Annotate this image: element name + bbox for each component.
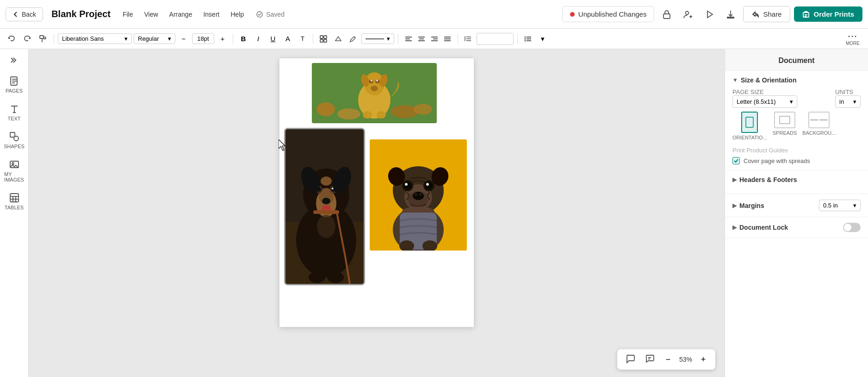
font-style-arrow: ▾ <box>168 35 171 42</box>
add-user-button[interactable] <box>679 6 697 23</box>
text-style-button[interactable]: T <box>296 32 309 45</box>
canvas-area[interactable]: − 53% + <box>29 49 725 377</box>
align-group <box>402 32 454 45</box>
units-select[interactable]: in ▾ <box>835 95 861 108</box>
sidebar-item-pages[interactable]: PAGES <box>2 71 27 98</box>
format-painter-button[interactable] <box>36 32 50 46</box>
italic-button[interactable]: I <box>252 32 265 45</box>
margins-section: ▶ Margins 0.5 in ▾ <box>725 194 868 217</box>
sidebar-item-text[interactable]: TEXT <box>2 99 27 126</box>
line-spacing-input[interactable] <box>477 33 514 45</box>
zoom-level: 53% <box>679 356 692 363</box>
unpublished-changes-button[interactable]: Unpublished Changes <box>562 6 655 22</box>
golden-dog-image[interactable] <box>312 63 437 123</box>
svg-rect-25 <box>466 40 471 41</box>
font-size-decrease[interactable]: − <box>177 32 190 45</box>
margins-header[interactable]: ▶ Margins <box>732 202 764 209</box>
menu-help[interactable]: Help <box>226 9 248 20</box>
undo-button[interactable] <box>5 32 19 46</box>
pug-dog-image[interactable] <box>370 139 467 251</box>
more-button[interactable]: ··· MORE <box>842 30 863 48</box>
sidebar-collapse-button[interactable] <box>7 53 22 68</box>
text-label: TEXT <box>7 116 20 121</box>
sidebar-item-my-images[interactable]: MY IMAGES <box>2 155 27 187</box>
underline-button[interactable]: U <box>267 32 279 45</box>
color-button[interactable]: A <box>281 32 294 45</box>
align-right-button[interactable] <box>428 32 441 45</box>
font-size-increase[interactable]: + <box>216 32 229 45</box>
pages-label: PAGES <box>6 88 23 94</box>
svg-point-28 <box>525 38 526 39</box>
svg-point-90 <box>425 182 433 189</box>
size-orientation-header[interactable]: ▼ Size & Orientation <box>732 76 861 84</box>
order-prints-button[interactable]: Order Prints <box>794 6 862 22</box>
margins-value-select[interactable]: 0.5 in ▾ <box>819 200 861 211</box>
svg-point-92 <box>426 183 429 186</box>
zoom-out-button[interactable]: − <box>662 353 675 366</box>
main-area: PAGES TEXT SHAPES MY IMAGES <box>0 49 868 377</box>
document-lock-toggle[interactable] <box>843 223 861 232</box>
svg-rect-79 <box>313 210 339 214</box>
svg-rect-9 <box>320 39 323 42</box>
toolbar-divider-2 <box>233 34 233 44</box>
back-button[interactable]: Back <box>6 7 43 21</box>
list-type-button[interactable]: ▾ <box>536 32 549 45</box>
bold-button[interactable]: B <box>237 32 250 45</box>
svg-point-49 <box>391 105 418 118</box>
align-center-button[interactable] <box>415 32 428 45</box>
svg-rect-22 <box>444 40 451 41</box>
zoom-bar: − 53% + <box>617 349 715 370</box>
orientation-spreads[interactable]: BACKGROU... <box>802 112 836 140</box>
units-label: UNITS <box>835 88 861 95</box>
page-size-select[interactable]: Letter (8.5x11) ▾ <box>732 95 797 108</box>
svg-rect-16 <box>418 40 425 41</box>
font-family-selector[interactable]: Liberation Sans ▾ <box>58 33 132 44</box>
menu-file[interactable]: File <box>118 9 138 20</box>
zoom-in-button[interactable]: + <box>697 353 710 366</box>
toolbar-divider-3 <box>313 34 313 44</box>
align-left-button[interactable] <box>402 32 415 45</box>
pen-tool-button[interactable] <box>347 32 360 45</box>
black-dog-image[interactable] <box>284 128 365 285</box>
line-style-selector[interactable]: ▾ <box>361 33 394 44</box>
fill-color-button[interactable] <box>332 32 345 45</box>
svg-rect-20 <box>444 37 451 38</box>
font-size-input[interactable] <box>192 33 214 44</box>
sidebar-item-shapes[interactable]: SHAPES <box>2 127 27 154</box>
svg-rect-29 <box>527 38 531 39</box>
speech-bubble-button[interactable] <box>623 352 638 367</box>
download-button[interactable] <box>722 6 739 23</box>
menu-arrange[interactable]: Arrange <box>165 9 197 20</box>
size-orientation-arrow: ▼ <box>732 77 738 83</box>
preview-button[interactable] <box>701 6 718 23</box>
font-style-selector[interactable]: Regular ▾ <box>134 33 175 44</box>
font-size-control: − + <box>177 32 229 45</box>
list-button[interactable] <box>521 32 534 45</box>
align-justify-button[interactable] <box>441 32 454 45</box>
line-spacing-button[interactable] <box>462 32 475 45</box>
sidebar-item-tables[interactable]: TABLES <box>2 188 27 215</box>
document-lock-header[interactable]: ▶ Document Lock <box>732 224 788 231</box>
landscape-label: SPREADS <box>773 130 797 136</box>
document-lock-section: ▶ Document Lock <box>725 217 868 238</box>
add-element-button[interactable] <box>317 32 330 45</box>
comment-button[interactable] <box>642 352 657 367</box>
svg-rect-19 <box>431 40 438 41</box>
headers-footers-header[interactable]: ▶ Headers & Footers <box>732 176 861 183</box>
menu-insert[interactable]: Insert <box>198 9 224 20</box>
document-lock-arrow: ▶ <box>732 224 737 231</box>
redo-button[interactable] <box>20 32 34 46</box>
menu-view[interactable]: View <box>140 9 163 20</box>
share-button[interactable]: Share <box>743 6 790 22</box>
page-canvas[interactable] <box>279 58 474 327</box>
orientation-landscape[interactable]: SPREADS <box>773 112 797 140</box>
svg-rect-105 <box>746 117 753 127</box>
lock-button[interactable] <box>658 6 676 23</box>
svg-point-68 <box>321 176 332 186</box>
cover-page-checkbox[interactable] <box>732 157 740 164</box>
svg-point-95 <box>415 193 417 196</box>
headers-footers-label: Headers & Footers <box>739 176 797 183</box>
font-family-arrow: ▾ <box>124 35 128 42</box>
svg-rect-31 <box>527 40 531 41</box>
orientation-portrait[interactable]: ORIENTATIO... <box>732 112 767 140</box>
